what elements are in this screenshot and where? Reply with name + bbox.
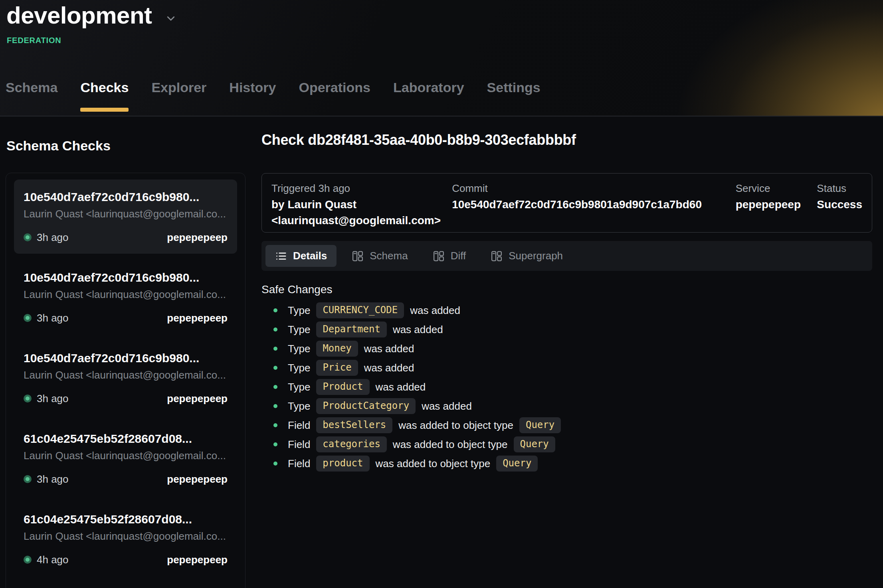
check-author: Laurin Quast <laurinquast@googlemail.co.… <box>24 449 228 462</box>
check-list-item[interactable]: 61c04e25475eb52f28607d08... Laurin Quast… <box>14 421 237 495</box>
change-code: ProductCategory <box>316 398 416 414</box>
check-view-tabs: Details Schema Diff <box>261 241 872 271</box>
meta-commit-label: Commit <box>452 182 736 195</box>
change-prefix: Type <box>288 304 310 317</box>
change-row: Type Department was added <box>261 320 561 339</box>
check-id: 61c04e25475eb52f28607d08... <box>24 432 228 446</box>
view-tab-details[interactable]: Details <box>265 245 337 267</box>
change-row: Field categories was added to object typ… <box>261 435 561 454</box>
check-time: 3h ago <box>37 312 69 324</box>
change-suffix: was added to object type <box>398 419 513 432</box>
bullet-icon <box>273 442 277 446</box>
tab-label: Laboratory <box>393 80 464 95</box>
view-tab-diff[interactable]: Diff <box>423 245 476 267</box>
change-code: Department <box>316 322 387 337</box>
check-author: Laurin Quast <laurinquast@googlemail.co.… <box>24 369 228 381</box>
change-suffix: was added <box>376 381 426 393</box>
meta-service: Service pepepepeep <box>736 182 817 224</box>
changes-list: Type CURRENCY_CODE was added Type Depart… <box>261 301 561 473</box>
change-row: Field bestSellers was added to object ty… <box>261 416 561 435</box>
check-meta-row: 4h ago pepepepeep <box>24 554 228 566</box>
meta-triggered: Triggered 3h ago by Laurin Quast <laurin… <box>271 182 452 224</box>
change-suffix: was added <box>422 400 472 412</box>
check-author: Laurin Quast <laurinquast@googlemail.co.… <box>24 288 228 301</box>
check-list-item[interactable]: 10e540d7aef72c0d716c9b980... Laurin Quas… <box>14 260 237 334</box>
tab-schema[interactable]: Schema <box>6 79 57 112</box>
org-name[interactable]: development <box>6 2 152 29</box>
bullet-icon <box>273 462 277 466</box>
check-service: pepepepeep <box>167 554 228 566</box>
tab-operations[interactable]: Operations <box>299 79 370 112</box>
bullet-icon <box>273 366 277 370</box>
view-tab-label: Diff <box>451 250 466 262</box>
check-service: pepepepeep <box>167 231 228 244</box>
tab-label: History <box>229 80 276 95</box>
bullet-icon <box>273 404 277 408</box>
federation-badge: FEDERATION <box>7 36 61 45</box>
check-list-item[interactable]: 10e540d7aef72c0d716c9b980... Laurin Quas… <box>14 341 237 415</box>
view-tab-label: Schema <box>370 250 408 262</box>
change-prefix: Type <box>288 343 310 355</box>
tab-laboratory[interactable]: Laboratory <box>393 79 464 112</box>
change-prefix: Type <box>288 324 310 336</box>
bullet-icon <box>273 347 277 351</box>
view-tab-schema[interactable]: Schema <box>342 245 417 267</box>
meta-commit-value: 10e540d7aef72c0d716c9b9801a9d907c1a7bd60 <box>452 197 736 213</box>
schema-checks-title: Schema Checks <box>6 138 111 154</box>
tab-label: Schema <box>6 80 57 95</box>
status-dot-icon <box>24 475 32 483</box>
change-code: Product <box>316 379 369 395</box>
tab-checks[interactable]: Checks <box>80 79 129 112</box>
check-service: pepepepeep <box>167 473 228 485</box>
meta-triggered-label: Triggered 3h ago <box>271 182 452 195</box>
check-meta-row: 3h ago pepepepeep <box>24 473 228 485</box>
bullet-icon <box>273 423 277 427</box>
tab-label: Operations <box>299 80 370 95</box>
meta-service-value: pepepepeep <box>736 197 817 213</box>
check-service: pepepepeep <box>167 393 228 405</box>
check-author: Laurin Quast <laurinquast@googlemail.co.… <box>24 207 228 220</box>
change-code2: Query <box>514 436 555 452</box>
tab-explorer[interactable]: Explorer <box>151 79 206 112</box>
check-meta-row: 3h ago pepepepeep <box>24 231 228 243</box>
view-tab-supergraph[interactable]: Supergraph <box>481 245 572 267</box>
main-nav-tabs: SchemaChecksExplorerHistoryOperationsLab… <box>6 79 540 112</box>
tab-history[interactable]: History <box>229 79 276 112</box>
columns-icon <box>352 250 364 262</box>
change-suffix: was added <box>364 343 414 355</box>
tab-settings[interactable]: Settings <box>487 79 540 112</box>
change-row: Field product was added to object type Q… <box>261 454 561 473</box>
meta-status-label: Status <box>817 182 862 195</box>
change-suffix: was added <box>364 362 414 374</box>
tab-label: Settings <box>487 80 540 95</box>
check-id: 10e540d7aef72c0d716c9b980... <box>24 190 228 204</box>
change-code: categories <box>316 436 387 452</box>
check-time: 3h ago <box>37 393 69 405</box>
bullet-icon <box>273 308 277 312</box>
chevron-down-icon[interactable] <box>164 12 178 25</box>
status-dot-icon <box>24 556 32 564</box>
check-service: pepepepeep <box>167 312 228 324</box>
check-list-item[interactable]: 10e540d7aef72c0d716c9b980... Laurin Quas… <box>14 180 237 254</box>
change-row: Type Money was added <box>261 339 561 358</box>
change-prefix: Type <box>288 400 310 412</box>
check-detail-title: Check db28f481-35aa-40b0-b8b9-303ecfabbb… <box>261 132 576 148</box>
check-time: 3h ago <box>37 231 69 244</box>
view-tab-label: Supergraph <box>509 250 563 262</box>
org-selector[interactable]: development <box>6 2 178 29</box>
content-area: Schema Checks 10e540d7aef72c0d716c9b980.… <box>0 116 883 588</box>
change-prefix: Field <box>288 438 310 451</box>
status-dot-icon <box>24 395 32 403</box>
change-suffix: was added <box>410 304 460 317</box>
change-prefix: Field <box>288 419 310 432</box>
check-list-item[interactable]: 61c04e25475eb52f28607d08... Laurin Quast… <box>14 502 237 576</box>
check-time: 4h ago <box>37 554 69 566</box>
list-icon <box>275 250 287 262</box>
change-row: Type CURRENCY_CODE was added <box>261 301 561 320</box>
check-id: 10e540d7aef72c0d716c9b980... <box>24 351 228 365</box>
bullet-icon <box>273 328 277 331</box>
status-dot-icon <box>24 233 32 241</box>
checks-list: 10e540d7aef72c0d716c9b980... Laurin Quas… <box>6 173 245 588</box>
change-code2: Query <box>519 417 561 433</box>
status-dot-icon <box>24 314 32 322</box>
